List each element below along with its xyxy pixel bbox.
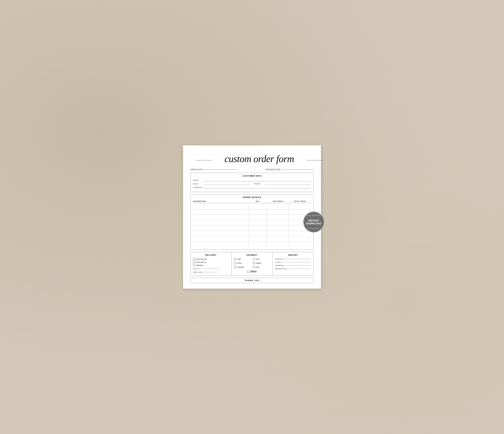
bottom-section: DELIVERY local drop off local pick up sh… (190, 252, 314, 276)
col-qty: QTY (248, 200, 267, 202)
checkbox-paypal[interactable] (253, 262, 255, 264)
subtotal-label: SUBTOTAL (275, 258, 285, 260)
address-line (203, 186, 311, 189)
payment-label-paypal: paypal (256, 262, 261, 264)
payment-paypal: paypal (253, 262, 270, 264)
address-field: ADDRESS (193, 186, 311, 189)
address-label: ADDRESS (193, 186, 203, 188)
subtotal-line (285, 259, 311, 259)
order-details-wrapper: ORDER DETAILS DESCRIPTION QTY UNIT PRICE… (190, 194, 314, 250)
payment-cashapp: cashapp (234, 266, 251, 268)
table-row (193, 220, 311, 226)
order-table-header: DESCRIPTION QTY UNIT PRICE TOTAL PRICE (193, 200, 311, 203)
phone-line (264, 182, 311, 185)
delivery-label-3: shipping (196, 264, 203, 266)
checkbox-check[interactable] (234, 262, 236, 264)
checkbox-etsy[interactable] (253, 266, 255, 268)
stamp-top-text: 100% EDITABLE (306, 215, 321, 216)
email-line (203, 182, 250, 185)
payment-etsy: etsy (253, 266, 270, 268)
name-label: NAME (193, 179, 203, 181)
dates-row: ORDER DATE PROMISE DATE (190, 169, 314, 171)
title-decoration-svg: custom order form (190, 151, 328, 165)
delivery-option-3: shipping (193, 264, 229, 266)
col-total-price: TOTAL PRICE (289, 200, 311, 202)
payment-grid: cash card check paypal cashapp (234, 258, 270, 269)
stamp-badge: 100% EDITABLE INSTANTDOWNLOAD PRINTABLE (304, 212, 324, 232)
payment-label-cashapp: cashapp (237, 266, 244, 268)
payment-label-other: other (250, 270, 257, 273)
checkbox-cashapp[interactable] (234, 266, 236, 268)
thank-you-footer: THANK YOU (190, 278, 314, 283)
stamp-bottom-text: PRINTABLE (309, 228, 319, 229)
promise-date-field: PROMISE DATE (266, 169, 314, 171)
shipping-amount-line (285, 265, 311, 266)
payment-title: PAYMENT (234, 254, 270, 256)
payment-label-cash: cash (237, 258, 241, 260)
table-row (193, 231, 311, 237)
email-phone-row: EMAIL PHONE (193, 182, 311, 186)
checkbox-shipping[interactable] (193, 264, 195, 266)
delivery-option-1: local drop off (193, 258, 229, 260)
name-field: NAME (193, 179, 311, 181)
checkbox-other[interactable] (247, 270, 249, 273)
total-price-cell (289, 204, 311, 209)
checkbox-cash[interactable] (234, 258, 236, 260)
ship-date-field: SHIP DATE (193, 271, 229, 273)
grandtotal-label: GRANDTOTAL (275, 268, 287, 270)
ship-n-field: SHIP N.# (193, 268, 229, 270)
stamp-circle: 100% EDITABLE INSTANTDOWNLOAD PRINTABLE (304, 212, 324, 232)
payment-label-etsy: etsy (256, 266, 259, 268)
unit-price-cell (267, 204, 289, 209)
order-date-label: ORDER DATE (190, 169, 203, 171)
taxes-label: TAXES (275, 261, 281, 263)
table-row (193, 209, 311, 215)
stamp-main-text: INSTANTDOWNLOAD (306, 219, 321, 225)
subtotal-field: SUBTOTAL (275, 258, 311, 260)
phone-label: PHONE (254, 183, 264, 185)
payment-label-card: card (256, 258, 260, 260)
customer-info-section: CUSTOMER INFO NAME EMAIL PHONE ADDRESS (190, 173, 314, 192)
payment-cash: cash (234, 258, 251, 260)
table-row (193, 215, 311, 220)
order-details-title: ORDER DETAILS (193, 196, 311, 198)
promise-date-line (281, 169, 314, 170)
checkbox-card[interactable] (253, 258, 255, 260)
checkbox-local-dropoff[interactable] (193, 258, 195, 260)
shipping-amount-field: SHIPPING (275, 265, 311, 267)
table-row (193, 204, 311, 209)
col-description: DESCRIPTION (193, 200, 248, 202)
phone-field: PHONE (254, 182, 311, 185)
payment-label-check: check (237, 262, 242, 264)
ship-date-label: SHIP DATE (193, 271, 202, 273)
customer-info-title: CUSTOMER INFO (193, 175, 311, 177)
delivery-title: DELIVERY (193, 254, 229, 256)
grandtotal-field: GRANDTOTAL (275, 268, 311, 270)
order-details-section: ORDER DETAILS DESCRIPTION QTY UNIT PRICE… (190, 194, 314, 250)
qty-cell (248, 204, 267, 209)
name-line (203, 179, 311, 181)
order-date-field: ORDER DATE (190, 169, 236, 171)
shipping-amount-label: SHIPPING (275, 265, 284, 267)
ship-n-label: SHIP N.# (193, 268, 201, 270)
col-unit-price: UNIT PRICE (267, 200, 289, 202)
delivery-label-2: local pick up (196, 261, 206, 263)
table-row (193, 237, 311, 242)
taxes-field: TAXES (275, 261, 311, 263)
payment-section: PAYMENT cash card check paypal (232, 252, 272, 275)
email-label: EMAIL (193, 183, 203, 185)
taxes-line (282, 262, 311, 262)
payment-check: check (234, 262, 251, 264)
table-row (193, 226, 311, 231)
desc-cell (193, 204, 248, 209)
amount-title: AMOUNT (275, 254, 311, 256)
title-text: custom order form (225, 153, 294, 164)
delivery-label-1: local drop off (196, 258, 207, 260)
checkbox-local-pickup[interactable] (193, 261, 195, 263)
form-title-area: custom order form (190, 151, 314, 166)
email-field: EMAIL (193, 182, 250, 185)
payment-other: other (234, 270, 270, 273)
ship-date-line (203, 272, 218, 272)
order-date-line (204, 169, 236, 170)
amount-section: AMOUNT SUBTOTAL TAXES SHIPPING GRANDTOTA… (272, 252, 314, 275)
